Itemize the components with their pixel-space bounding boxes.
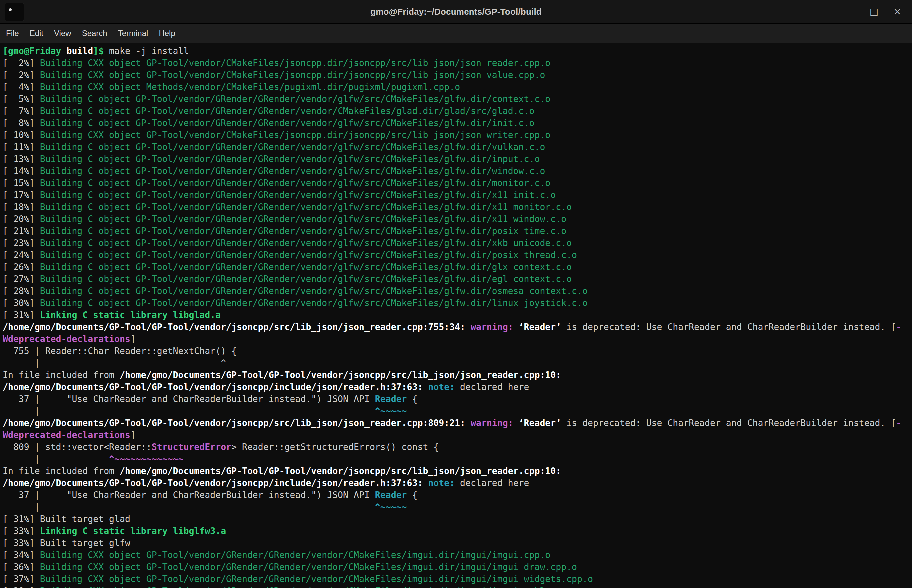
terminal-line: In file included from /home/gmo/Document… bbox=[3, 369, 912, 381]
terminal-line: Wdeprecated-declarations] bbox=[3, 429, 912, 441]
terminal-line: /home/gmo/Documents/GP-Tool/GP-Tool/vend… bbox=[3, 477, 912, 489]
menu-search[interactable]: Search bbox=[77, 29, 113, 38]
terminal-line: [ 28%] Building C object GP-Tool/vendor/… bbox=[3, 285, 912, 297]
terminal-line: | ^~~~~~~~~~~~~~ bbox=[3, 453, 912, 465]
menu-file[interactable]: File bbox=[1, 29, 24, 38]
terminal-line: [ 38%] Building CXX object GP-Tool/vendo… bbox=[3, 585, 912, 588]
terminal-line: /home/gmo/Documents/GP-Tool/GP-Tool/vend… bbox=[3, 417, 912, 429]
terminal-line: [ 14%] Building C object GP-Tool/vendor/… bbox=[3, 165, 912, 177]
window-title: gmo@Friday:~/Documents/GP-Tool/build bbox=[0, 6, 912, 17]
terminal-line: Wdeprecated-declarations] bbox=[3, 333, 912, 345]
terminal-line: [ 31%] Built target glad bbox=[3, 513, 912, 525]
terminal-window: gmo@Friday:~/Documents/GP-Tool/build – □… bbox=[0, 0, 912, 588]
menu-view[interactable]: View bbox=[48, 29, 77, 38]
maximize-button[interactable]: □ bbox=[867, 4, 881, 19]
terminal-line: [ 30%] Building C object GP-Tool/vendor/… bbox=[3, 297, 912, 309]
terminal-line: [ 33%] Linking C static library libglfw3… bbox=[3, 525, 912, 537]
terminal-line: [gmo@Friday build]$ make -j install bbox=[3, 45, 912, 57]
terminal-line: /home/gmo/Documents/GP-Tool/GP-Tool/vend… bbox=[3, 381, 912, 393]
terminal-line: [ 34%] Building CXX object GP-Tool/vendo… bbox=[3, 549, 912, 561]
terminal-line: [ 2%] Building CXX object GP-Tool/vendor… bbox=[3, 57, 912, 69]
terminal-line: [ 10%] Building CXX object GP-Tool/vendo… bbox=[3, 129, 912, 141]
close-button[interactable]: × bbox=[890, 4, 905, 19]
terminal-line: [ 33%] Built target glfw bbox=[3, 537, 912, 549]
terminal-line: [ 21%] Building C object GP-Tool/vendor/… bbox=[3, 225, 912, 237]
titlebar[interactable]: gmo@Friday:~/Documents/GP-Tool/build – □… bbox=[0, 0, 912, 24]
terminal-line: [ 13%] Building C object GP-Tool/vendor/… bbox=[3, 153, 912, 165]
terminal-line: [ 17%] Building C object GP-Tool/vendor/… bbox=[3, 189, 912, 201]
terminal-line: 755 | Reader::Char Reader::getNextChar()… bbox=[3, 345, 912, 357]
terminal-line: [ 7%] Building C object GP-Tool/vendor/G… bbox=[3, 105, 912, 117]
terminal-line: [ 36%] Building CXX object GP-Tool/vendo… bbox=[3, 561, 912, 573]
terminal-line: [ 27%] Building C object GP-Tool/vendor/… bbox=[3, 273, 912, 285]
terminal-line: [ 31%] Linking C static library libglad.… bbox=[3, 309, 912, 321]
terminal-line: | ^~~~~~ bbox=[3, 405, 912, 417]
menubar: File Edit View Search Terminal Help bbox=[0, 24, 912, 43]
terminal-line: 37 | "Use CharReader and CharReaderBuild… bbox=[3, 489, 912, 501]
terminal-line: | ^~~~~~ bbox=[3, 501, 912, 513]
terminal-output[interactable]: [gmo@Friday build]$ make -j install[ 2%]… bbox=[0, 43, 912, 588]
terminal-line: [ 23%] Building C object GP-Tool/vendor/… bbox=[3, 237, 912, 249]
terminal-line: [ 15%] Building C object GP-Tool/vendor/… bbox=[3, 177, 912, 189]
menu-edit[interactable]: Edit bbox=[24, 29, 48, 38]
terminal-line: | ^ bbox=[3, 357, 912, 369]
terminal-line: [ 5%] Building C object GP-Tool/vendor/G… bbox=[3, 93, 912, 105]
terminal-line: [ 4%] Building CXX object Methods/vendor… bbox=[3, 81, 912, 93]
terminal-line: [ 2%] Building CXX object GP-Tool/vendor… bbox=[3, 69, 912, 81]
terminal-line: 37 | "Use CharReader and CharReaderBuild… bbox=[3, 393, 912, 405]
terminal-line: [ 37%] Building CXX object GP-Tool/vendo… bbox=[3, 573, 912, 585]
window-controls: – □ × bbox=[843, 0, 905, 23]
menu-help[interactable]: Help bbox=[153, 29, 180, 38]
terminal-line: In file included from /home/gmo/Document… bbox=[3, 465, 912, 477]
terminal-line: [ 24%] Building C object GP-Tool/vendor/… bbox=[3, 249, 912, 261]
terminal-line: [ 11%] Building C object GP-Tool/vendor/… bbox=[3, 141, 912, 153]
terminal-line: [ 26%] Building C object GP-Tool/vendor/… bbox=[3, 261, 912, 273]
terminal-line: [ 18%] Building C object GP-Tool/vendor/… bbox=[3, 201, 912, 213]
menu-terminal[interactable]: Terminal bbox=[113, 29, 154, 38]
terminal-line: [ 20%] Building C object GP-Tool/vendor/… bbox=[3, 213, 912, 225]
terminal-line: [ 8%] Building C object GP-Tool/vendor/G… bbox=[3, 117, 912, 129]
terminal-line: /home/gmo/Documents/GP-Tool/GP-Tool/vend… bbox=[3, 321, 912, 333]
minimize-button[interactable]: – bbox=[843, 4, 858, 19]
terminal-line: 809 | std::vector<Reader::StructuredErro… bbox=[3, 441, 912, 453]
